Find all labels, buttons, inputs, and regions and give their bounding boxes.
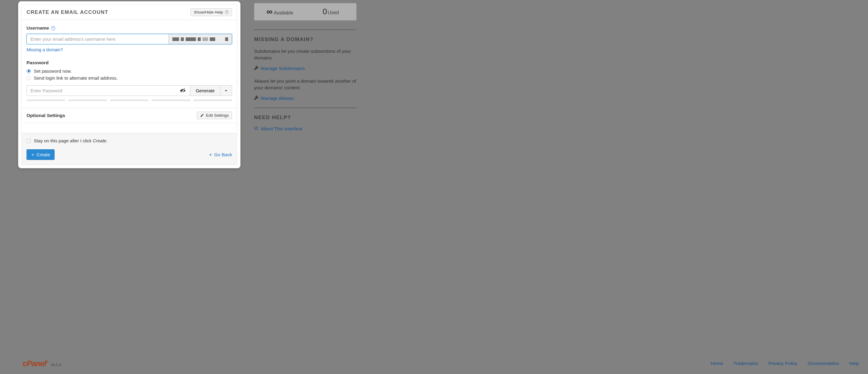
sidebar: ∞Available 0Used Missing a Domain? Subdo… xyxy=(254,0,356,138)
side-aliases-text: Aliases let you point a domain towards a… xyxy=(254,78,356,91)
footer-links: Home Trademarks Privacy Policy Documenta… xyxy=(711,361,859,366)
toggle-password-visibility-button[interactable] xyxy=(176,85,190,96)
go-back-link[interactable]: Go Back xyxy=(208,152,232,157)
footer-docs-link[interactable]: Documentation xyxy=(808,361,839,366)
username-input[interactable] xyxy=(27,34,168,44)
radio-set-now-label: Set password now. xyxy=(34,68,72,74)
password-label: Password xyxy=(27,60,232,65)
side-subdomains-text: Subdomains let you create subsections of… xyxy=(254,48,356,61)
stats-box: ∞Available 0Used xyxy=(254,3,356,21)
radio-send-login-link[interactable]: Send login link to alternate email addre… xyxy=(27,76,232,81)
stat-used-num: 0 xyxy=(323,7,327,16)
wrench-icon xyxy=(254,66,258,71)
footer-trademarks-link[interactable]: Trademarks xyxy=(733,361,758,366)
generate-options-button[interactable] xyxy=(220,85,232,96)
footer-version: 94.0.4 xyxy=(51,363,61,367)
show-hide-help-text: Show/Hide Help xyxy=(194,10,223,15)
cpanel-logo: cPanel® xyxy=(23,359,48,368)
radio-unchecked-icon xyxy=(27,76,31,80)
help-circle-icon xyxy=(225,10,229,14)
checkbox-unchecked-icon xyxy=(27,139,31,143)
stay-on-page-label: Stay on this page after I click Create. xyxy=(34,138,107,143)
panel-header: Create an Email Account Show/Hide Help xyxy=(22,5,237,20)
side-need-help: Need Help? About This Interface xyxy=(254,108,356,138)
side-need-help-title: Need Help? xyxy=(254,115,356,121)
radio-checked-icon xyxy=(27,69,31,73)
radio-send-link-label: Send login link to alternate email addre… xyxy=(34,76,118,81)
manage-aliases-text: Manage Aliases xyxy=(261,96,293,101)
stat-available-label: Available xyxy=(274,10,293,16)
radio-set-password-now[interactable]: Set password now. xyxy=(27,68,232,74)
stat-used: 0Used xyxy=(305,7,356,17)
domain-segment[interactable] xyxy=(168,34,232,44)
create-button[interactable]: Create xyxy=(27,149,55,160)
show-hide-help-button[interactable]: Show/Hide Help xyxy=(190,8,232,16)
redacted-domain xyxy=(225,37,228,41)
missing-domain-link[interactable]: Missing a domain? xyxy=(27,47,63,52)
arrow-left-icon xyxy=(208,153,213,157)
create-email-panel: Create an Email Account Show/Hide Help U… xyxy=(18,1,241,168)
panel-title: Create an Email Account xyxy=(27,9,108,16)
password-input[interactable] xyxy=(27,85,176,96)
side-missing-domain: Missing a Domain? Subdomains let you cre… xyxy=(254,30,356,108)
infinity-icon: ∞ xyxy=(267,7,273,16)
footer-privacy-link[interactable]: Privacy Policy xyxy=(768,361,797,366)
redacted-domain xyxy=(186,37,196,41)
plus-icon xyxy=(31,153,35,156)
about-interface-text: About This Interface xyxy=(261,126,302,132)
caret-down-icon xyxy=(224,89,227,92)
eye-slash-icon xyxy=(180,88,186,94)
redacted-domain xyxy=(198,37,201,41)
generate-password-button[interactable]: Generate xyxy=(190,85,220,96)
panel-footer: Stay on this page after I click Create. … xyxy=(22,133,237,165)
redacted-domain xyxy=(210,37,215,41)
stat-available: ∞Available xyxy=(254,7,305,17)
external-link-icon xyxy=(254,126,258,132)
password-strength-meter xyxy=(27,99,232,101)
footer: cPanel® 94.0.4 Home Trademarks Privacy P… xyxy=(13,353,868,374)
password-input-group: Generate xyxy=(27,85,232,96)
redacted-domain xyxy=(173,37,179,41)
username-label: Username xyxy=(27,25,232,31)
manage-subdomains-text: Manage Subdomains xyxy=(261,66,305,71)
redacted-domain xyxy=(203,37,208,41)
side-missing-title: Missing a Domain? xyxy=(254,36,356,42)
manage-subdomains-link[interactable]: Manage Subdomains xyxy=(254,66,356,71)
stat-used-label: Used xyxy=(328,10,339,15)
help-circle-icon[interactable] xyxy=(51,26,56,30)
manage-aliases-link[interactable]: Manage Aliases xyxy=(254,96,356,101)
username-input-group xyxy=(27,34,232,44)
wrench-icon xyxy=(254,96,258,101)
optional-settings-title: Optional Settings xyxy=(27,113,65,118)
about-interface-link[interactable]: About This Interface xyxy=(254,126,356,132)
redacted-domain xyxy=(181,37,184,41)
create-button-label: Create xyxy=(36,152,50,157)
optional-settings-row: Optional Settings Edit Settings xyxy=(22,108,237,123)
footer-home-link[interactable]: Home xyxy=(711,361,723,366)
pencil-icon xyxy=(200,113,204,117)
go-back-text: Go Back xyxy=(214,152,232,157)
optional-settings-body xyxy=(22,123,237,133)
svg-point-3 xyxy=(53,29,53,29)
edit-settings-button[interactable]: Edit Settings xyxy=(197,112,232,119)
stay-on-page-checkbox[interactable]: Stay on this page after I click Create. xyxy=(27,138,232,143)
footer-help-link[interactable]: Help xyxy=(849,361,859,366)
